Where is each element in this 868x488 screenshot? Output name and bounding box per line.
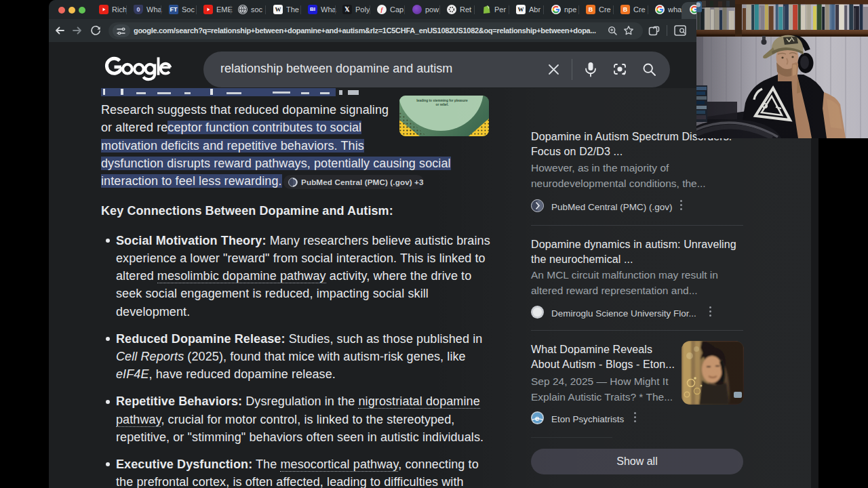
svg-text:e: e [535, 414, 539, 422]
